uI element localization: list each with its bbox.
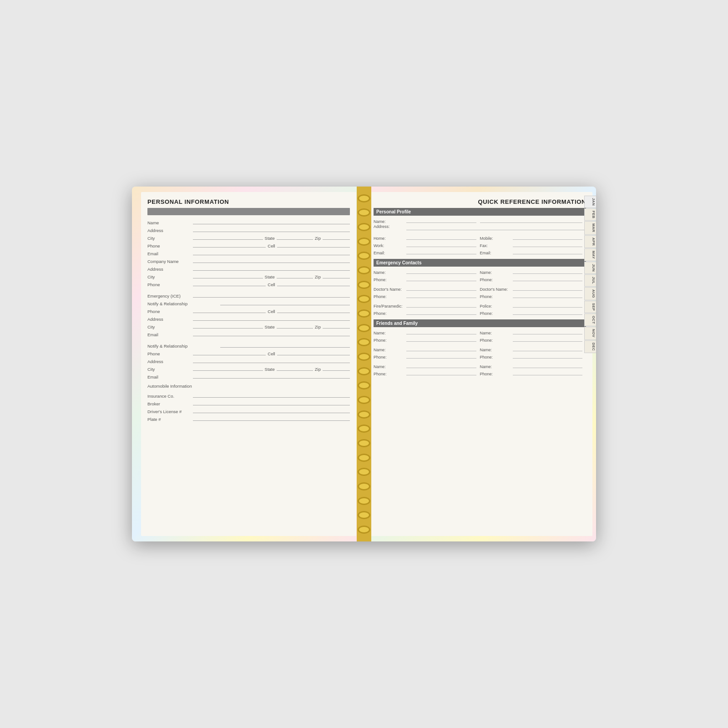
left-page: PERSONAL INFORMATION Name Address	[132, 187, 362, 541]
field-city-2: City State Zip	[147, 272, 350, 279]
tab-aug[interactable]: AUG	[584, 287, 596, 300]
field-phone-4: Phone Cell	[147, 349, 350, 356]
tab-apr[interactable]: APR	[584, 235, 596, 248]
field-plate: Plate #	[147, 415, 350, 422]
field-city-4: City State Zip	[147, 364, 350, 372]
field-email-1: Email	[147, 249, 350, 256]
field-broker: Broker	[147, 399, 350, 406]
rp-ec-name1: Name: Name:	[374, 268, 586, 275]
field-address-2: Address	[147, 264, 350, 272]
tab-nov[interactable]: NOV	[584, 327, 596, 340]
field-notify-2: Notify & Relationship	[147, 341, 350, 349]
field-address-4: Address	[147, 357, 350, 364]
field-license: Driver's License #	[147, 407, 350, 414]
field-address-1: Address	[147, 226, 350, 233]
notebook: PERSONAL INFORMATION Name Address	[132, 187, 596, 541]
tab-mar[interactable]: MAR	[584, 221, 596, 234]
field-email-4: Email	[147, 372, 350, 379]
field-address-3: Address	[147, 314, 350, 322]
rp-doctor-name: Doctor's Name: Doctor's Name:	[374, 285, 586, 292]
left-page-title: PERSONAL INFORMATION	[147, 198, 350, 205]
spiral-binding	[357, 187, 371, 541]
rp-ff-name1: Name: Name:	[374, 329, 586, 335]
rp-ec-phone1: Phone: Phone:	[374, 275, 586, 282]
tab-may[interactable]: MAY	[584, 248, 596, 261]
field-company: Company Name	[147, 257, 350, 264]
tab-jan[interactable]: JAN	[584, 196, 596, 208]
field-phone-3: Phone Cell	[147, 307, 350, 314]
right-page-title: QUICK REFERENCE INFORMATION	[374, 198, 586, 205]
rp-ff-name2: Name: Name:	[374, 345, 586, 352]
right-page: QUICK REFERENCE INFORMATION Personal Pro…	[362, 187, 596, 541]
field-name: Name	[147, 218, 350, 225]
field-notify-1: Notify & Relationship	[147, 299, 350, 306]
section-emergency-contacts: Emergency Contacts Name: Name:	[374, 259, 586, 316]
tab-oct[interactable]: OCT	[584, 313, 596, 326]
section-personal-profile: Personal Profile Name: Address:	[374, 208, 586, 255]
field-insurance: Insurance Co.	[147, 391, 350, 399]
rp-ff-phone3: Phone: Phone:	[374, 369, 586, 376]
section-friends-family: Friends and Family Name: Name:	[374, 319, 586, 376]
tab-dec[interactable]: DEC	[584, 340, 596, 353]
rp-address: Address:	[374, 224, 586, 231]
field-city-1: City State Zip	[147, 233, 350, 241]
rp-doctor-phone: Phone: Phone:	[374, 292, 586, 299]
rp-home-mobile: Home: Mobile:	[374, 234, 586, 241]
field-phone-2: Phone Cell	[147, 280, 350, 287]
field-auto-header: Automobile Information	[147, 384, 350, 391]
field-phone-1: Phone Cell	[147, 241, 350, 248]
friends-family-header: Friends and Family	[374, 319, 586, 327]
rp-email: Email: Email:	[374, 248, 586, 255]
tab-jul[interactable]: JUL	[584, 274, 596, 286]
field-emergency-ice: Emergency (ICE)	[147, 291, 350, 298]
rp-work-fax: Work: Fax:	[374, 241, 586, 248]
emergency-contacts-header: Emergency Contacts	[374, 259, 586, 267]
rp-ff-phone2: Phone: Phone:	[374, 353, 586, 359]
rp-ff-phone1: Phone: Phone:	[374, 336, 586, 343]
tab-jun[interactable]: JUN	[584, 262, 596, 274]
rp-ff-name3: Name: Name:	[374, 362, 586, 369]
tab-feb[interactable]: FEB	[584, 208, 596, 221]
personal-profile-header: Personal Profile	[374, 208, 586, 216]
rp-fire-phone: Phone: Phone:	[374, 309, 586, 316]
field-city-3: City State Zip	[147, 322, 350, 329]
tab-sep[interactable]: SEP	[584, 301, 596, 313]
rp-name: Name:	[374, 217, 586, 224]
month-tabs: JAN FEB MAR APR MAY JUN JUL AUG SEP OCT …	[584, 196, 596, 353]
field-email-3: Email	[147, 330, 350, 337]
rp-fire-police: Fire/Paramedic: Police:	[374, 302, 586, 308]
